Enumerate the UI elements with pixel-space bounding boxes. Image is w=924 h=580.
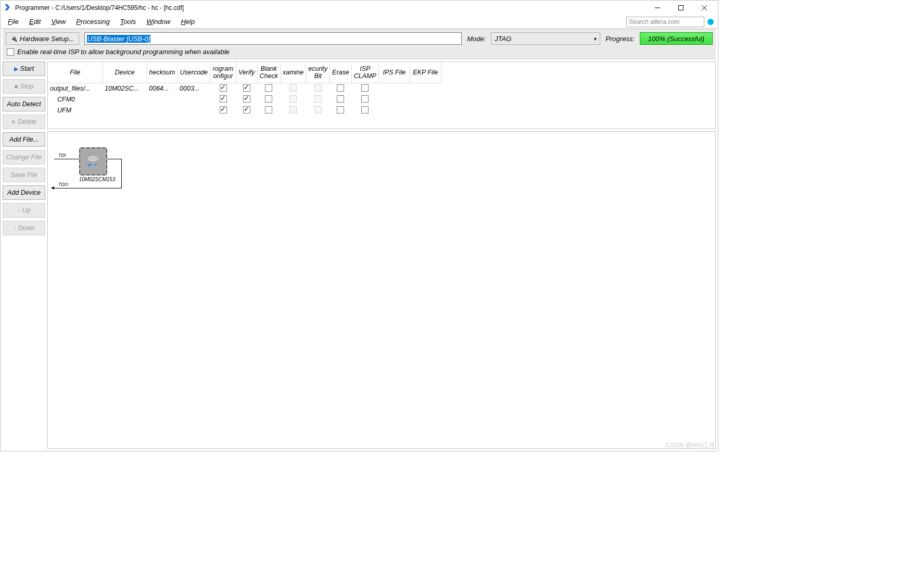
- chip-body: intel ▶ ✔: [79, 147, 107, 175]
- add-file-button[interactable]: Add File...: [3, 132, 45, 147]
- device-table-panel: File Device hecksum Usercode rogram onfi…: [47, 61, 716, 129]
- table-row[interactable]: output_files/...10M02SC...0064...0003...: [48, 83, 441, 94]
- table-row[interactable]: CFM0: [48, 94, 441, 105]
- col-verify[interactable]: Verify: [236, 62, 258, 83]
- up-button: ↑Up: [3, 203, 45, 218]
- checkbox: [289, 84, 297, 92]
- tdo-wire-h1: [107, 159, 122, 159]
- checkbox[interactable]: [243, 95, 250, 103]
- menu-edit[interactable]: Edit: [24, 17, 46, 27]
- delete-button: ✕Delete: [3, 115, 45, 129]
- col-isp[interactable]: ISP CLAMP: [351, 62, 378, 83]
- menubar: File Edit View Processing Tools Window H…: [1, 15, 718, 29]
- mode-label: Mode:: [467, 35, 486, 43]
- progress-label: Progress:: [605, 35, 635, 43]
- chip-status-icons: ▶ ✔: [88, 162, 98, 167]
- col-program[interactable]: rogram onfigur: [210, 62, 236, 83]
- mode-select[interactable]: JTAG ▾: [491, 32, 600, 45]
- tdo-label: TDO: [58, 182, 68, 187]
- checkbox: [314, 84, 322, 92]
- menu-help[interactable]: Help: [175, 17, 200, 27]
- table-row[interactable]: UFM: [48, 105, 441, 116]
- menu-file[interactable]: File: [3, 17, 24, 27]
- add-device-button[interactable]: Add Device: [3, 185, 45, 200]
- checkbox: [314, 95, 322, 103]
- chip[interactable]: intel ▶ ✔ 10M02SCM153: [79, 147, 115, 182]
- hardware-setup-button[interactable]: 🔌 Hardware Setup...: [6, 32, 79, 45]
- tdo-wire-h2: [54, 188, 122, 188]
- menu-tools[interactable]: Tools: [115, 17, 142, 27]
- col-ips[interactable]: IPS File: [378, 62, 410, 83]
- menu-processing[interactable]: Processing: [71, 17, 115, 27]
- checkbox: [289, 106, 297, 114]
- checkbox[interactable]: [337, 106, 344, 114]
- checkbox[interactable]: [361, 95, 369, 103]
- checkbox[interactable]: [243, 106, 250, 114]
- col-blank[interactable]: Blank Check: [257, 62, 280, 83]
- app-window: Programmer - C:/Users/1/Desktop/74HC595/…: [0, 0, 718, 451]
- checkbox[interactable]: [220, 106, 227, 114]
- checkbox: [314, 106, 322, 114]
- enable-isp-label: Enable real-time ISP to allow background…: [17, 48, 230, 56]
- chip-brand: intel: [88, 156, 99, 161]
- checkbox[interactable]: [337, 95, 344, 103]
- col-erase[interactable]: Erase: [330, 62, 352, 83]
- enable-isp-row[interactable]: Enable real-time ISP to allow background…: [6, 48, 713, 56]
- device-table[interactable]: File Device hecksum Usercode rogram onfi…: [48, 62, 441, 116]
- stop-button: ■Stop: [3, 79, 45, 94]
- col-examine[interactable]: xamine: [280, 62, 306, 83]
- start-button[interactable]: ▶Start: [3, 61, 45, 76]
- checkbox[interactable]: [220, 95, 227, 103]
- close-button[interactable]: [692, 1, 716, 15]
- tdi-label: TDI: [58, 153, 66, 158]
- menu-view[interactable]: View: [46, 17, 71, 27]
- checkbox: [289, 95, 297, 103]
- checkbox[interactable]: [361, 84, 369, 92]
- search-icon[interactable]: [707, 19, 714, 25]
- svg-rect-1: [678, 6, 683, 10]
- titlebar: Programmer - C:/Users/1/Desktop/74HC595/…: [1, 1, 718, 15]
- col-security[interactable]: ecurity Bit: [306, 62, 330, 83]
- checkbox[interactable]: [265, 95, 272, 103]
- col-usercode[interactable]: Usercode: [178, 62, 210, 83]
- sidebar: ▶Start ■Stop Auto Detect ✕Delete Add Fil…: [3, 61, 45, 449]
- checkbox[interactable]: [220, 84, 227, 92]
- toolbar: 🔌 Hardware Setup... USB-Blaster [USB-0] …: [3, 29, 716, 59]
- jtag-chain-diagram: TDI intel ▶ ✔ 10M02SCM153 TDO: [47, 131, 716, 449]
- checkbox[interactable]: [337, 84, 344, 92]
- progress-bar: 100% (Successful): [640, 32, 713, 45]
- col-device[interactable]: Device: [103, 62, 147, 83]
- minimize-button[interactable]: [645, 1, 669, 15]
- app-icon: [4, 4, 12, 12]
- down-button: ↓Down: [3, 221, 45, 235]
- chip-label: 10M02SCM153: [79, 176, 115, 182]
- menu-window[interactable]: Window: [141, 17, 175, 27]
- auto-detect-button[interactable]: Auto Detect: [3, 97, 45, 111]
- hardware-field[interactable]: USB-Blaster [USB-0]: [84, 32, 462, 45]
- main-body: ▶Start ■Stop Auto Detect ✕Delete Add Fil…: [1, 59, 718, 451]
- maximize-button[interactable]: [669, 1, 692, 15]
- tdi-wire: [54, 159, 79, 159]
- checkbox[interactable]: [265, 106, 272, 114]
- search-input[interactable]: Search altera.com: [626, 17, 704, 27]
- tdo-wire-v: [121, 159, 122, 188]
- table-header-row: File Device hecksum Usercode rogram onfi…: [48, 62, 441, 83]
- save-file-button: Save File: [3, 168, 45, 182]
- col-file[interactable]: File: [48, 62, 103, 83]
- enable-isp-checkbox[interactable]: [7, 48, 14, 56]
- window-title: Programmer - C:/Users/1/Desktop/74HC595/…: [15, 4, 645, 11]
- watermark: CSDN @hhh江月: [666, 441, 715, 450]
- col-checksum[interactable]: hecksum: [147, 62, 178, 83]
- col-ekp[interactable]: EKP File: [410, 62, 441, 83]
- checkbox[interactable]: [243, 84, 250, 92]
- checkbox[interactable]: [361, 106, 369, 114]
- change-file-button: Change File: [3, 150, 45, 165]
- checkbox[interactable]: [265, 84, 272, 92]
